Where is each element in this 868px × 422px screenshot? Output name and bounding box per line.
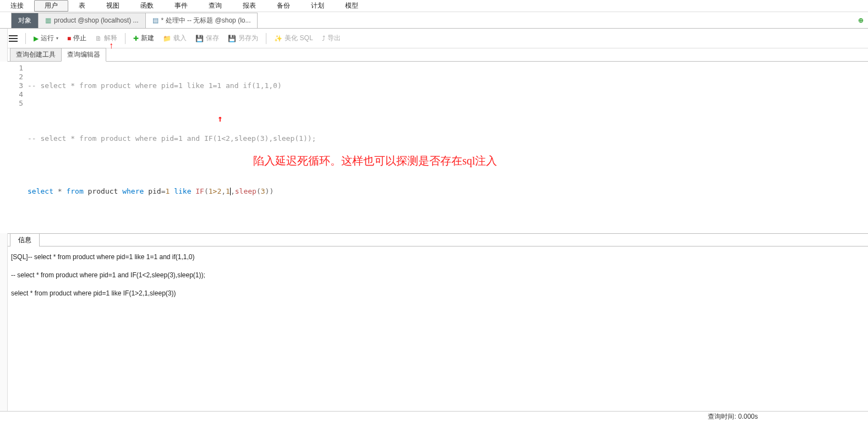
menu-function[interactable]: 函数 <box>130 0 164 12</box>
result-line: -- select * from product where pid=1 and… <box>11 270 857 281</box>
new-icon: ✚ <box>133 35 139 42</box>
tab-query-label: * 处理中 -- 无标题 @shop (lo... <box>161 16 251 25</box>
code-line-1: -- select * from product where pid=1 lik… <box>28 81 868 90</box>
save-button[interactable]: 💾 保存 <box>192 31 222 45</box>
folder-icon: 📁 <box>163 35 171 42</box>
menu-connection[interactable]: 连接 <box>0 0 34 12</box>
table-icon: ▦ <box>45 17 51 24</box>
stop-label: 停止 <box>73 34 86 43</box>
new-label: 新建 <box>141 34 154 43</box>
menu-schedule[interactable]: 计划 <box>301 0 335 12</box>
new-tab-button[interactable]: ⊕ <box>856 15 866 25</box>
run-button[interactable]: ▶ 运行 ▾ <box>30 31 62 45</box>
sql-editor[interactable]: 1 2 3 4 5 -- select * from product where… <box>0 62 868 233</box>
separator <box>266 33 266 44</box>
saveas-label: 另存为 <box>238 34 258 43</box>
hamburger-menu[interactable] <box>6 32 21 45</box>
separator <box>25 33 26 44</box>
result-panel: [SQL]-- select * from product where pid=… <box>0 246 868 406</box>
line-number: 5 <box>0 99 23 108</box>
explain-button[interactable]: 🗎 解释 <box>92 31 121 45</box>
save-label: 保存 <box>206 34 219 43</box>
tab-objects[interactable]: 对象 <box>11 13 39 28</box>
subtab-editor[interactable]: 查询编辑器 <box>61 48 106 62</box>
line-number: 1 <box>0 64 23 73</box>
annotation-arrow-2: ↑ <box>217 114 223 123</box>
tab-query-running[interactable]: ▤ * 处理中 -- 无标题 @shop (lo... <box>145 13 258 28</box>
line-number: 2 <box>0 73 23 81</box>
menu-user[interactable]: 用户 <box>34 0 68 12</box>
tab-product-label: product @shop (localhost) ... <box>54 17 139 24</box>
code-line-2 <box>28 108 868 117</box>
run-label: 运行 <box>41 34 54 43</box>
menu-query[interactable]: 查询 <box>198 0 232 12</box>
line-gutter: 1 2 3 4 5 <box>0 62 28 233</box>
menu-table[interactable]: 表 <box>68 0 96 12</box>
text-cursor <box>230 188 231 195</box>
code-line-5: select * from product where pid=1 like I… <box>28 187 868 196</box>
status-query-time: 查询时间: 0.000s <box>708 412 758 421</box>
tab-product[interactable]: ▦ product @shop (localhost) ... <box>38 13 146 28</box>
subtab-builder[interactable]: 查询创建工具 <box>10 48 62 61</box>
load-button[interactable]: 📁 载入 <box>160 31 190 45</box>
export-label: 导出 <box>327 34 341 43</box>
wand-icon: ✨ <box>274 35 282 42</box>
beautify-label: 美化 SQL <box>285 34 313 43</box>
new-button[interactable]: ✚ 新建 <box>130 31 157 45</box>
menu-event[interactable]: 事件 <box>164 0 198 12</box>
annotation-arrow-1: ↑ <box>109 41 113 51</box>
menu-bar: 连接 用户 表 视图 函数 事件 查询 报表 备份 计划 模型 <box>0 0 868 12</box>
beautify-button[interactable]: ✨ 美化 SQL <box>271 31 316 45</box>
annotation-text: 陷入延迟死循环。这样也可以探测是否存在sql注入 <box>253 156 497 165</box>
subtab-bar: 查询创建工具 查询编辑器 <box>0 48 868 62</box>
code-area[interactable]: -- select * from product where pid=1 lik… <box>28 62 868 233</box>
saveas-icon: 💾 <box>228 35 236 42</box>
stop-button[interactable]: ■ 停止 <box>64 31 90 45</box>
plus-icon: ⊕ <box>858 17 864 24</box>
export-icon: ⤴ <box>322 35 325 42</box>
tab-bar: 对象 ▦ product @shop (localhost) ... ▤ * 处… <box>0 12 868 29</box>
explain-icon: 🗎 <box>95 35 102 42</box>
save-icon: 💾 <box>195 35 204 42</box>
export-button[interactable]: ⤴ 导出 <box>319 31 344 45</box>
saveas-button[interactable]: 💾 另存为 <box>225 31 261 45</box>
query-icon: ▤ <box>152 17 159 24</box>
status-bar: 查询时间: 0.000s <box>0 411 868 422</box>
line-number: 4 <box>0 90 23 99</box>
menu-model[interactable]: 模型 <box>335 0 369 12</box>
menu-view[interactable]: 视图 <box>96 0 130 12</box>
stop-icon: ■ <box>67 35 71 42</box>
play-icon: ▶ <box>34 35 39 42</box>
menu-backup[interactable]: 备份 <box>266 0 301 12</box>
line-number: 3 <box>0 81 23 90</box>
separator <box>125 33 125 44</box>
result-line: [SQL]-- select * from product where pid=… <box>11 252 857 262</box>
load-label: 载入 <box>173 34 187 43</box>
result-line: select * from product where pid=1 like I… <box>11 288 857 299</box>
menu-report[interactable]: 报表 <box>232 0 266 12</box>
toolbar: ▶ 运行 ▾ ■ 停止 🗎 解释 ✚ 新建 📁 载入 💾 保存 💾 另存为 ✨ … <box>0 29 868 48</box>
chevron-down-icon: ▾ <box>56 36 58 41</box>
code-line-3: -- select * from product where pid=1 and… <box>28 134 868 143</box>
